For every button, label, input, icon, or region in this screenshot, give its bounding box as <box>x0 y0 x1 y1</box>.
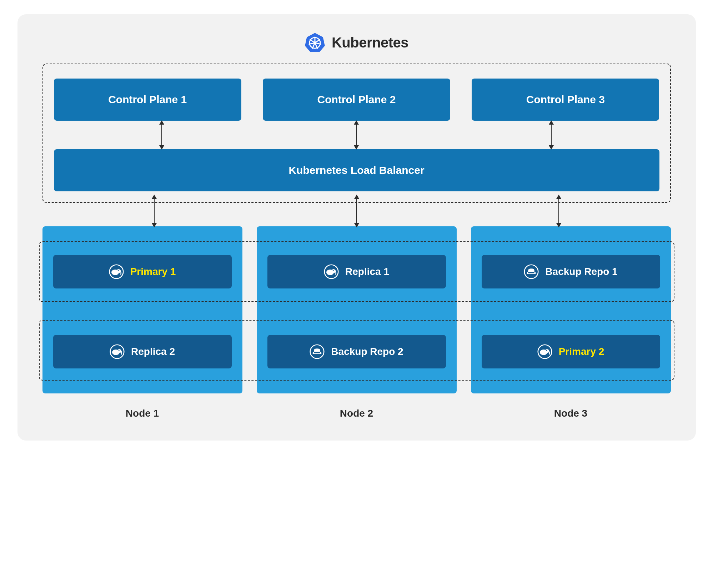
svg-point-29 <box>546 350 547 351</box>
node-1: Primary 1 Replica 2 <box>42 226 242 393</box>
diagram-canvas: Kubernetes Control Plane 1 Control Plane… <box>17 14 696 441</box>
sofa-icon <box>310 344 325 359</box>
arrow-bidir-icon <box>558 195 559 227</box>
node-3: Backup Repo 1 Primary 2 <box>471 226 671 393</box>
pod-label: Backup Repo 1 <box>545 266 617 277</box>
arrows-lb-to-nodes <box>42 195 671 227</box>
pod-replica-1: Replica 1 <box>267 255 446 288</box>
elephant-icon <box>537 344 552 359</box>
pod-label: Replica 2 <box>131 346 175 357</box>
arrow-bidir-icon <box>551 121 552 149</box>
elephant-icon <box>110 344 125 359</box>
pod-label: Backup Repo 2 <box>331 346 403 357</box>
svg-point-13 <box>118 270 119 271</box>
control-plane-1: Control Plane 1 <box>54 79 241 121</box>
load-balancer-box: Kubernetes Load Balancer <box>54 149 659 191</box>
control-plane-3: Control Plane 3 <box>472 79 659 121</box>
header-title: Kubernetes <box>332 35 408 51</box>
svg-point-17 <box>119 350 120 351</box>
nodes-row: Primary 1 Replica 2 <box>42 226 671 393</box>
svg-point-21 <box>333 270 334 271</box>
arrow-bidir-icon <box>356 195 357 227</box>
pod-primary-1: Primary 1 <box>53 255 232 288</box>
elephant-icon <box>324 264 339 279</box>
node-1-label: Node 1 <box>42 408 242 419</box>
pod-backup-repo-2: Backup Repo 2 <box>267 335 446 368</box>
svg-rect-25 <box>528 272 535 273</box>
svg-rect-23 <box>314 352 321 353</box>
control-plane-2: Control Plane 2 <box>263 79 450 121</box>
node-2-label: Node 2 <box>257 408 457 419</box>
node-2: Replica 1 Backup Repo 2 <box>257 226 457 393</box>
arrows-cp-to-lb <box>54 121 659 149</box>
node-labels-row: Node 1 Node 2 Node 3 <box>42 408 671 419</box>
pod-backup-repo-1: Backup Repo 1 <box>482 255 660 288</box>
node-3-label: Node 3 <box>471 408 671 419</box>
svg-point-9 <box>313 41 316 44</box>
arrow-bidir-icon <box>356 121 357 149</box>
elephant-icon <box>109 264 124 279</box>
pod-primary-2: Primary 2 <box>482 335 660 368</box>
arrow-bidir-icon <box>154 195 155 227</box>
pod-label: Replica 1 <box>345 266 389 277</box>
arrow-bidir-icon <box>161 121 162 149</box>
kubernetes-icon <box>305 32 325 53</box>
control-plane-group: Control Plane 1 Control Plane 2 Control … <box>42 64 671 203</box>
control-plane-row: Control Plane 1 Control Plane 2 Control … <box>54 79 659 121</box>
diagram-header: Kubernetes <box>42 32 671 53</box>
pod-label: Primary 2 <box>559 346 604 357</box>
pod-replica-2: Replica 2 <box>53 335 232 368</box>
sofa-icon <box>524 264 539 279</box>
pod-label: Primary 1 <box>130 266 176 277</box>
